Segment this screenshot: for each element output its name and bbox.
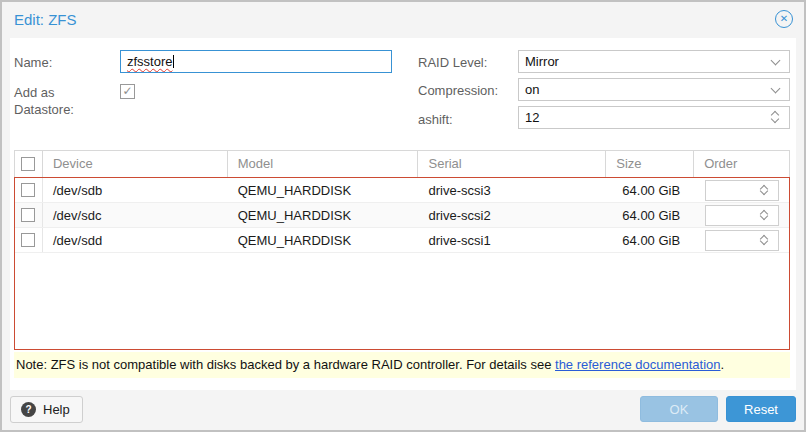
disk-table-body: /dev/sdb QEMU_HARDDISK drive-scsi3 64.00… [14,177,790,350]
raid-level-value: Mirror [525,54,559,69]
close-icon[interactable]: ✕ [775,10,793,28]
help-button[interactable]: ?Help [10,396,83,423]
device-cell: /dev/sdb [43,183,228,198]
note-text-suffix: . [721,357,725,372]
order-spinner[interactable] [705,230,779,251]
checkbox-check-icon: ✓ [122,84,132,98]
chevron-down-icon [771,56,781,66]
raid-level-select[interactable]: Mirror [518,50,790,73]
zfs-raid-note: Note: ZFS is not compatible with disks b… [14,352,790,378]
column-header-model[interactable]: Model [228,151,419,177]
chevron-down-icon [771,84,781,94]
text-caret [173,55,174,68]
device-cell: /dev/sdc [43,208,228,223]
model-cell: QEMU_HARDDISK [228,183,419,198]
reference-documentation-link[interactable]: the reference documentation [555,357,721,372]
row-checkbox-cell [15,178,43,202]
dialog-titlebar: Edit: ZFS ✕ [2,2,804,36]
dialog-footer: ?Help OK Reset [10,395,796,423]
help-icon: ? [21,402,36,417]
ok-button[interactable]: OK [640,396,718,422]
add-as-datastore-label: Add as Datastore: [14,84,102,118]
row-checkbox[interactable] [21,183,35,197]
dialog-title: Edit: ZFS [14,11,77,28]
row-checkbox-cell [15,203,43,227]
order-cell [694,180,789,201]
ashift-label: ashift: [418,111,453,128]
column-header-device[interactable]: Device [43,151,228,177]
ashift-spinner[interactable]: 12 [518,106,790,129]
select-all-cell [15,151,43,177]
column-header-order[interactable]: Order [694,151,789,177]
spinner-arrows[interactable] [760,206,770,225]
compression-label: Compression: [418,82,498,99]
reset-button[interactable]: Reset [726,396,796,422]
disk-table-header: Device Model Serial Size Order [14,150,790,177]
device-cell: /dev/sdd [43,233,228,248]
help-button-label: Help [43,402,70,417]
column-header-serial[interactable]: Serial [418,151,606,177]
order-spinner[interactable] [705,180,779,201]
order-cell [694,205,789,226]
edit-zfs-dialog: Edit: ZFS ✕ Name: zfsstore Add as Datast… [0,0,806,432]
table-row[interactable]: /dev/sdb QEMU_HARDDISK drive-scsi3 64.00… [15,178,789,203]
note-text: Note: ZFS is not compatible with disks b… [16,357,555,372]
disk-table: Device Model Serial Size Order /dev/sdb … [14,150,790,350]
table-row[interactable]: /dev/sdc QEMU_HARDDISK drive-scsi2 64.00… [15,203,789,228]
compression-value: on [525,82,539,97]
select-all-checkbox[interactable] [21,157,35,171]
compression-select[interactable]: on [518,78,790,101]
size-cell: 64.00 GiB [606,233,694,248]
serial-cell: drive-scsi2 [418,208,606,223]
ashift-value: 12 [525,110,539,125]
serial-cell: drive-scsi1 [418,233,606,248]
dialog-body: Name: zfsstore Add as Datastore: ✓ RAID … [10,38,796,390]
spinner-arrows[interactable] [760,231,770,250]
model-cell: QEMU_HARDDISK [228,233,419,248]
raid-level-label: RAID Level: [418,54,487,71]
model-cell: QEMU_HARDDISK [228,208,419,223]
size-cell: 64.00 GiB [606,183,694,198]
add-as-datastore-checkbox[interactable]: ✓ [120,84,135,99]
column-header-size[interactable]: Size [606,151,694,177]
name-label: Name: [14,54,52,71]
order-cell [694,230,789,251]
size-cell: 64.00 GiB [606,208,694,223]
order-spinner[interactable] [705,205,779,226]
name-input-value: zfsstore [127,54,173,69]
name-input[interactable]: zfsstore [120,50,392,73]
row-checkbox-cell [15,228,43,252]
spinner-arrows[interactable] [760,181,770,200]
spinner-arrows[interactable] [771,107,781,128]
row-checkbox[interactable] [21,233,35,247]
table-row[interactable]: /dev/sdd QEMU_HARDDISK drive-scsi1 64.00… [15,228,789,253]
row-checkbox[interactable] [21,208,35,222]
serial-cell: drive-scsi3 [418,183,606,198]
